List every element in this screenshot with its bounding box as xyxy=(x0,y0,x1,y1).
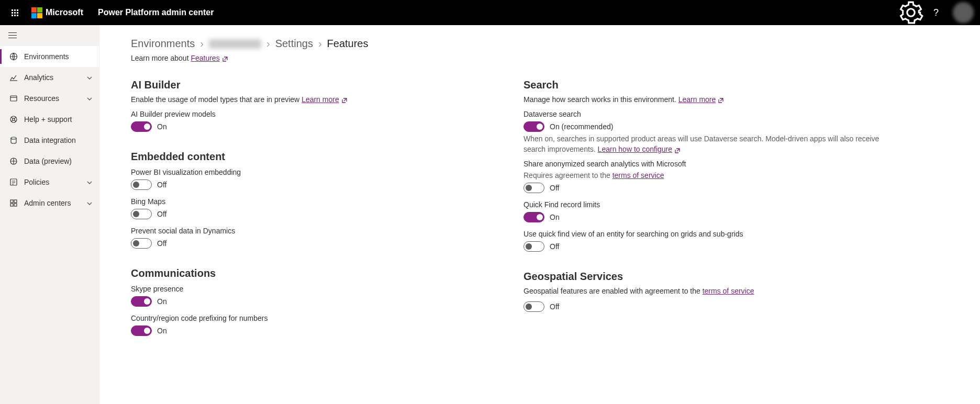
external-link-icon xyxy=(341,97,348,103)
ai-builder-preview-label: AI Builder preview models xyxy=(131,110,492,118)
quickview-label: Use quick find view of an entity for sea… xyxy=(524,230,885,238)
data-preview-icon xyxy=(9,157,18,165)
svg-rect-10 xyxy=(14,204,17,206)
sidebar-item-analytics[interactable]: Analytics xyxy=(0,67,99,88)
resources-icon xyxy=(9,94,18,103)
dataverse-configure-link[interactable]: Learn how to configure xyxy=(598,145,672,153)
ai-builder-preview-toggle[interactable] xyxy=(131,121,152,132)
svg-rect-1 xyxy=(10,96,17,101)
help-button[interactable]: ? xyxy=(923,0,949,25)
ai-builder-heading: AI Builder xyxy=(131,79,492,91)
geospatial-heading: Geospatial Services xyxy=(524,271,885,283)
skype-state: On xyxy=(157,297,167,306)
right-column: Search Manage how search works in this e… xyxy=(524,77,885,343)
anon-analytics-label: Share anonymized search analytics with M… xyxy=(524,160,885,168)
gear-icon xyxy=(898,0,923,25)
ai-builder-preview-state: On xyxy=(157,122,167,131)
sidebar-item-data-preview[interactable]: Data (preview) xyxy=(0,151,99,172)
app-launcher-button[interactable] xyxy=(2,0,27,25)
sidebar-item-admin-centers[interactable]: Admin centers xyxy=(0,193,99,214)
product-name: Power Platform admin center xyxy=(98,8,214,17)
ai-builder-learn-more-link[interactable]: Learn more xyxy=(302,95,339,104)
bing-maps-label: Bing Maps xyxy=(131,197,492,206)
quickview-toggle[interactable] xyxy=(524,241,544,252)
sidebar: Environments Analytics Resources Help + … xyxy=(0,25,99,404)
external-link-icon xyxy=(222,55,228,62)
anon-analytics-toggle[interactable] xyxy=(524,183,544,193)
analytics-icon xyxy=(9,73,18,82)
sidebar-item-label: Analytics xyxy=(24,73,86,82)
hamburger-icon xyxy=(8,32,17,39)
social-data-state: Off xyxy=(157,239,166,248)
communications-heading: Communications xyxy=(131,267,492,279)
powerbi-toggle[interactable] xyxy=(131,179,152,190)
bing-maps-toggle[interactable] xyxy=(131,209,152,219)
country-code-label: Country/region code prefixing for number… xyxy=(131,314,492,322)
svg-rect-7 xyxy=(10,200,13,203)
embedded-content-heading: Embedded content xyxy=(131,151,492,163)
external-link-icon xyxy=(718,97,724,103)
learn-more-line: Learn more about Features xyxy=(131,54,885,62)
country-code-toggle[interactable] xyxy=(131,326,152,336)
quickfind-label: Quick Find record limits xyxy=(524,200,885,209)
sidebar-item-label: Help + support xyxy=(24,115,93,124)
search-heading: Search xyxy=(524,79,885,91)
social-data-label: Prevent social data in Dynamics xyxy=(131,227,492,235)
breadcrumb-settings-link[interactable]: Settings xyxy=(275,38,313,50)
user-avatar[interactable] xyxy=(953,2,974,23)
microsoft-logo-icon xyxy=(31,7,42,18)
nav-collapse-button[interactable] xyxy=(0,25,99,46)
svg-rect-8 xyxy=(14,200,17,203)
sidebar-item-label: Resources xyxy=(24,94,86,103)
sidebar-item-label: Data integration xyxy=(24,136,93,144)
search-learn-more-link[interactable]: Learn more xyxy=(678,95,716,104)
dataverse-search-state: On (recommended) xyxy=(550,122,613,131)
breadcrumb-current: Features xyxy=(327,38,369,50)
skype-toggle[interactable] xyxy=(131,296,152,307)
features-help-link[interactable]: Features xyxy=(191,54,219,62)
admin-centers-icon xyxy=(9,199,18,207)
svg-rect-9 xyxy=(10,204,13,206)
sidebar-item-resources[interactable]: Resources xyxy=(0,88,99,109)
sidebar-item-policies[interactable]: Policies xyxy=(0,172,99,193)
learn-more-prefix: Learn more about xyxy=(131,54,191,62)
chevron-down-icon xyxy=(86,95,93,102)
quickfind-state: On xyxy=(550,213,560,221)
breadcrumb-environment-name[interactable] xyxy=(209,39,261,49)
geospatial-toggle[interactable] xyxy=(524,301,544,312)
dataverse-search-toggle[interactable] xyxy=(524,121,544,132)
anon-analytics-state: Off xyxy=(550,184,559,192)
sidebar-item-help[interactable]: Help + support xyxy=(0,109,99,130)
sidebar-item-label: Data (preview) xyxy=(24,157,93,165)
quickfind-toggle[interactable] xyxy=(524,212,544,222)
terms-of-service-link[interactable]: terms of service xyxy=(612,171,664,179)
chevron-down-icon xyxy=(86,74,93,81)
powerbi-label: Power BI visualization embedding xyxy=(131,168,492,176)
dataverse-search-label: Dataverse search xyxy=(524,110,885,118)
svg-point-4 xyxy=(11,137,16,139)
external-link-icon xyxy=(674,147,681,153)
skype-label: Skype presence xyxy=(131,285,492,293)
powerbi-state: Off xyxy=(157,181,166,189)
geospatial-state: Off xyxy=(550,302,559,311)
top-bar: Microsoft Power Platform admin center ? xyxy=(0,0,980,25)
svg-point-3 xyxy=(13,118,15,120)
chevron-down-icon xyxy=(86,179,93,185)
brand-name: Microsoft xyxy=(46,8,83,17)
help-icon: ? xyxy=(933,7,939,18)
policies-icon xyxy=(9,178,18,186)
breadcrumb-separator: › xyxy=(266,38,270,50)
country-code-state: On xyxy=(157,327,167,335)
social-data-toggle[interactable] xyxy=(131,238,152,249)
breadcrumb: Environments › › Settings › Features xyxy=(131,38,885,50)
main-content: Environments › › Settings › Features Lea… xyxy=(99,25,980,404)
settings-button[interactable] xyxy=(898,0,923,25)
sidebar-item-environments[interactable]: Environments xyxy=(0,46,99,67)
breadcrumb-separator: › xyxy=(318,38,322,50)
left-column: AI Builder Enable the usage of model typ… xyxy=(131,77,492,343)
data-integration-icon xyxy=(9,136,18,144)
breadcrumb-environments-link[interactable]: Environments xyxy=(131,38,195,50)
sidebar-item-data-integration[interactable]: Data integration xyxy=(0,130,99,151)
geo-terms-link[interactable]: terms of service xyxy=(703,287,754,295)
sidebar-item-label: Admin centers xyxy=(24,199,86,207)
